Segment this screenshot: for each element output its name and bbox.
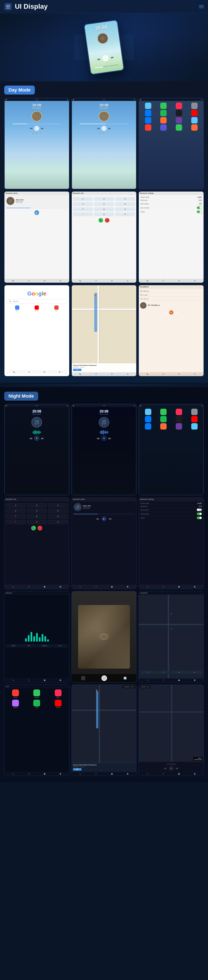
night-key-9[interactable]: 9 bbox=[48, 514, 68, 519]
key-3[interactable]: 3 bbox=[115, 197, 135, 201]
play-btn-2[interactable]: ⏸ bbox=[101, 126, 107, 131]
night-app-bt[interactable] bbox=[145, 423, 151, 430]
eq-btn-treble[interactable]: TREBLE bbox=[37, 644, 52, 647]
night-app-waze[interactable] bbox=[145, 409, 151, 415]
np-next[interactable]: ⏭ bbox=[176, 767, 179, 770]
key-9[interactable]: 9 bbox=[115, 207, 135, 211]
bt-play[interactable]: ▶ bbox=[35, 210, 39, 215]
next-btn-1[interactable]: ⏭ bbox=[41, 127, 44, 130]
night-prev-2[interactable]: ⏮ bbox=[97, 437, 100, 440]
social-track-1[interactable]: 华年_开始.mp3 bbox=[140, 290, 202, 293]
night-app-spotify[interactable] bbox=[160, 416, 167, 422]
app-icon-music[interactable] bbox=[176, 103, 182, 109]
key-5[interactable]: 5 bbox=[94, 202, 114, 206]
night-bt-play[interactable]: ▶ bbox=[102, 516, 106, 521]
power-toggle[interactable] bbox=[197, 210, 202, 213]
night-auto-answer-toggle[interactable] bbox=[197, 509, 202, 511]
night-key-hash[interactable]: # bbox=[48, 520, 68, 524]
night-play-1[interactable]: ⏸ bbox=[34, 436, 39, 441]
night-app-carplay[interactable] bbox=[176, 423, 182, 430]
night-bt-prev[interactable]: ⏮ bbox=[96, 517, 99, 520]
app-icon-settings[interactable] bbox=[191, 103, 198, 109]
eq-btn-flat[interactable]: FLAT bbox=[53, 644, 68, 647]
end-call-btn[interactable]: 📵 bbox=[105, 218, 110, 223]
night-app-music[interactable] bbox=[176, 409, 182, 415]
app-icon-youtube[interactable] bbox=[191, 110, 198, 116]
camera-flip[interactable]: 🔄 bbox=[123, 677, 127, 680]
night-app-safari[interactable] bbox=[145, 416, 151, 422]
night-key-2[interactable]: 2 bbox=[27, 503, 47, 508]
nav-go-btn[interactable]: GO bbox=[73, 369, 82, 371]
night-bt-next[interactable]: ⏭ bbox=[109, 517, 112, 520]
app-icon-spotify[interactable] bbox=[160, 110, 167, 116]
shortcut-maps[interactable]: Maps bbox=[15, 305, 19, 312]
key-hash[interactable]: # bbox=[115, 212, 135, 216]
key-2[interactable]: 2 bbox=[94, 197, 114, 201]
night-app-youtube[interactable] bbox=[191, 416, 198, 422]
app-icon-camera[interactable] bbox=[176, 110, 182, 116]
key-8[interactable]: 8 bbox=[94, 207, 114, 211]
social-play[interactable]: ▶ bbox=[169, 310, 173, 315]
night-app-podcast-item[interactable]: Podcasts bbox=[6, 700, 25, 708]
key-4[interactable]: 4 bbox=[73, 202, 93, 206]
auto-answer-toggle[interactable] bbox=[197, 202, 202, 205]
prev-btn-1[interactable]: ⏮ bbox=[30, 127, 33, 130]
play-btn-1[interactable]: ⏸ bbox=[34, 126, 39, 131]
night-key-4[interactable]: 4 bbox=[6, 509, 26, 513]
app-icon-app2[interactable] bbox=[160, 124, 167, 131]
menu-icon[interactable] bbox=[4, 3, 12, 10]
night-nav-btn-4[interactable]: ➡ bbox=[187, 671, 202, 674]
night-app-phone-item[interactable]: Phone bbox=[6, 689, 25, 698]
night-next-2[interactable]: ⏭ bbox=[108, 437, 111, 440]
app-icon-bt[interactable] bbox=[145, 117, 151, 124]
night-nav-btn-1[interactable]: ⬆ bbox=[140, 671, 155, 674]
night-app-camera[interactable] bbox=[176, 416, 182, 422]
night-power-toggle[interactable] bbox=[197, 517, 202, 519]
night-key-star[interactable]: * bbox=[6, 520, 26, 524]
night-app-messages-item[interactable]: Messages bbox=[27, 689, 46, 698]
key-1[interactable]: 1 bbox=[73, 197, 93, 201]
night-app-photos[interactable] bbox=[160, 423, 167, 430]
night-app-youtube-item[interactable]: YouTube bbox=[48, 700, 68, 708]
bt-prev[interactable]: ⏮ bbox=[29, 211, 32, 214]
app-icon-safari[interactable] bbox=[145, 110, 151, 116]
np-prev[interactable]: ⏮ bbox=[164, 767, 167, 770]
next-btn-2[interactable]: ⏭ bbox=[108, 127, 111, 130]
shortcut-yt[interactable]: YouTube bbox=[35, 305, 39, 312]
night-prev-1[interactable]: ⏮ bbox=[30, 437, 33, 440]
night-key-8[interactable]: 8 bbox=[27, 514, 47, 519]
night-key-0[interactable]: 0 bbox=[27, 520, 47, 524]
night-key-7[interactable]: 7 bbox=[6, 514, 26, 519]
key-star[interactable]: * bbox=[73, 212, 93, 216]
night-play-2[interactable]: ⏸ bbox=[101, 436, 107, 441]
social-track-2[interactable]: 华年_中.mp3 bbox=[140, 294, 202, 297]
app-icon-waze[interactable] bbox=[145, 103, 151, 109]
social-next[interactable]: ⏭ bbox=[175, 311, 178, 314]
app-icon-maps[interactable] bbox=[191, 117, 198, 124]
night-key-1[interactable]: 1 bbox=[6, 503, 26, 508]
eq-btn-bass[interactable]: BASS bbox=[6, 644, 21, 647]
hamburger-right-icon[interactable] bbox=[199, 5, 204, 8]
night-app-music-item[interactable]: Music bbox=[48, 689, 68, 698]
night-nav-btn-2[interactable]: ⬇ bbox=[156, 671, 171, 674]
eq-btn-mid[interactable]: MID bbox=[22, 644, 36, 647]
night-auto-connect-toggle[interactable] bbox=[197, 512, 202, 515]
night-app-spotify-item[interactable]: Spotify bbox=[27, 700, 46, 708]
prev-btn-2[interactable]: ⏮ bbox=[97, 127, 100, 130]
night-call-btn[interactable]: 📞 bbox=[31, 526, 36, 530]
night-next-1[interactable]: ⏭ bbox=[41, 437, 44, 440]
auto-connect-toggle[interactable] bbox=[197, 207, 202, 209]
key-0[interactable]: 0 bbox=[94, 212, 114, 216]
google-search-bar[interactable]: 🔍 Search... bbox=[6, 299, 67, 304]
key-7[interactable]: 7 bbox=[73, 207, 93, 211]
camera-shutter[interactable] bbox=[101, 675, 107, 681]
call-btn[interactable]: 📞 bbox=[98, 218, 103, 223]
key-6[interactable]: 6 bbox=[115, 202, 135, 206]
social-track-3[interactable]: 华年_结束.mp3 bbox=[140, 298, 202, 301]
social-prev[interactable]: ⏮ bbox=[164, 311, 167, 314]
bt-next[interactable]: ⏭ bbox=[42, 211, 44, 214]
app-icon-carplay[interactable] bbox=[176, 117, 182, 124]
app-icon-phone[interactable] bbox=[160, 103, 167, 109]
night-key-3[interactable]: 3 bbox=[48, 503, 68, 508]
app-icon-photos[interactable] bbox=[160, 117, 167, 124]
